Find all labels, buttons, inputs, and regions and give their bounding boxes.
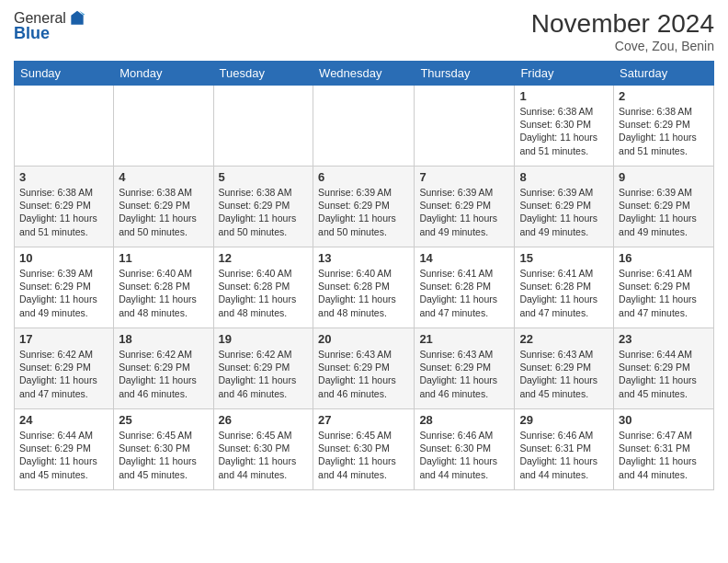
calendar-cell-0-0 xyxy=(15,86,114,167)
calendar-cell-3-3: 20Sunrise: 6:43 AM Sunset: 6:29 PM Dayli… xyxy=(313,328,415,409)
logo-icon xyxy=(68,9,86,28)
day-info: Sunrise: 6:42 AM Sunset: 6:29 PM Dayligh… xyxy=(119,348,208,400)
day-number: 20 xyxy=(318,332,409,346)
day-info: Sunrise: 6:39 AM Sunset: 6:29 PM Dayligh… xyxy=(419,186,509,238)
calendar-cell-2-3: 13Sunrise: 6:40 AM Sunset: 6:28 PM Dayli… xyxy=(313,247,415,328)
day-number: 19 xyxy=(219,332,309,346)
calendar-cell-1-1: 4Sunrise: 6:38 AM Sunset: 6:29 PM Daylig… xyxy=(114,167,213,247)
day-number: 16 xyxy=(619,251,709,265)
day-info: Sunrise: 6:39 AM Sunset: 6:29 PM Dayligh… xyxy=(19,267,108,319)
calendar-cell-1-0: 3Sunrise: 6:38 AM Sunset: 6:29 PM Daylig… xyxy=(15,167,114,247)
calendar-cell-3-4: 21Sunrise: 6:43 AM Sunset: 6:29 PM Dayli… xyxy=(415,328,515,409)
calendar-cell-0-3 xyxy=(313,86,415,167)
calendar-cell-1-3: 6Sunrise: 6:39 AM Sunset: 6:29 PM Daylig… xyxy=(313,167,415,247)
day-number: 15 xyxy=(519,251,609,265)
day-number: 17 xyxy=(19,332,108,346)
day-number: 29 xyxy=(519,413,609,427)
day-number: 14 xyxy=(419,251,509,265)
day-info: Sunrise: 6:39 AM Sunset: 6:29 PM Dayligh… xyxy=(619,186,709,238)
calendar-cell-4-4: 28Sunrise: 6:46 AM Sunset: 6:30 PM Dayli… xyxy=(415,409,515,490)
day-info: Sunrise: 6:43 AM Sunset: 6:29 PM Dayligh… xyxy=(419,348,509,400)
calendar-cell-1-2: 5Sunrise: 6:38 AM Sunset: 6:29 PM Daylig… xyxy=(213,167,313,247)
calendar-cell-2-2: 12Sunrise: 6:40 AM Sunset: 6:28 PM Dayli… xyxy=(213,247,313,328)
calendar-cell-2-6: 16Sunrise: 6:41 AM Sunset: 6:29 PM Dayli… xyxy=(614,247,714,328)
day-number: 8 xyxy=(519,170,609,184)
day-number: 9 xyxy=(619,170,709,184)
day-number: 21 xyxy=(419,332,509,346)
calendar-cell-3-1: 18Sunrise: 6:42 AM Sunset: 6:29 PM Dayli… xyxy=(114,328,213,409)
day-info: Sunrise: 6:46 AM Sunset: 6:30 PM Dayligh… xyxy=(419,429,509,481)
day-number: 2 xyxy=(619,89,709,103)
day-info: Sunrise: 6:44 AM Sunset: 6:29 PM Dayligh… xyxy=(19,429,108,481)
day-number: 18 xyxy=(119,332,208,346)
day-info: Sunrise: 6:39 AM Sunset: 6:29 PM Dayligh… xyxy=(519,186,609,238)
header-monday: Monday xyxy=(114,62,213,86)
day-info: Sunrise: 6:38 AM Sunset: 6:29 PM Dayligh… xyxy=(219,186,309,238)
day-info: Sunrise: 6:39 AM Sunset: 6:29 PM Dayligh… xyxy=(318,186,409,238)
calendar-cell-4-5: 29Sunrise: 6:46 AM Sunset: 6:31 PM Dayli… xyxy=(515,409,614,490)
logo: General Blue xyxy=(14,9,86,43)
day-info: Sunrise: 6:40 AM Sunset: 6:28 PM Dayligh… xyxy=(219,267,309,319)
day-info: Sunrise: 6:45 AM Sunset: 6:30 PM Dayligh… xyxy=(119,429,208,481)
day-info: Sunrise: 6:41 AM Sunset: 6:28 PM Dayligh… xyxy=(519,267,609,319)
calendar-cell-4-3: 27Sunrise: 6:45 AM Sunset: 6:30 PM Dayli… xyxy=(313,409,415,490)
day-number: 26 xyxy=(219,413,309,427)
day-info: Sunrise: 6:42 AM Sunset: 6:29 PM Dayligh… xyxy=(19,348,108,400)
header-wednesday: Wednesday xyxy=(313,62,415,86)
header-row: General Blue November 2024 Cove, Zou, Be… xyxy=(14,9,714,53)
day-number: 23 xyxy=(619,332,709,346)
calendar-cell-0-5: 1Sunrise: 6:38 AM Sunset: 6:30 PM Daylig… xyxy=(515,86,614,167)
day-number: 22 xyxy=(519,332,609,346)
calendar-cell-0-4 xyxy=(415,86,515,167)
day-number: 7 xyxy=(419,170,509,184)
day-number: 10 xyxy=(19,251,108,265)
day-number: 30 xyxy=(619,413,709,427)
day-number: 5 xyxy=(219,170,309,184)
calendar-cell-4-2: 26Sunrise: 6:45 AM Sunset: 6:30 PM Dayli… xyxy=(213,409,313,490)
day-info: Sunrise: 6:38 AM Sunset: 6:29 PM Dayligh… xyxy=(119,186,208,238)
day-info: Sunrise: 6:47 AM Sunset: 6:31 PM Dayligh… xyxy=(619,429,709,481)
calendar-cell-0-2 xyxy=(213,86,313,167)
calendar-cell-2-5: 15Sunrise: 6:41 AM Sunset: 6:28 PM Dayli… xyxy=(515,247,614,328)
calendar-cell-4-0: 24Sunrise: 6:44 AM Sunset: 6:29 PM Dayli… xyxy=(15,409,114,490)
calendar-cell-1-4: 7Sunrise: 6:39 AM Sunset: 6:29 PM Daylig… xyxy=(415,167,515,247)
page-container: General Blue November 2024 Cove, Zou, Be… xyxy=(0,0,728,500)
day-number: 13 xyxy=(318,251,409,265)
day-number: 12 xyxy=(219,251,309,265)
day-info: Sunrise: 6:38 AM Sunset: 6:30 PM Dayligh… xyxy=(519,105,609,157)
calendar-cell-1-5: 8Sunrise: 6:39 AM Sunset: 6:29 PM Daylig… xyxy=(515,167,614,247)
day-info: Sunrise: 6:41 AM Sunset: 6:28 PM Dayligh… xyxy=(419,267,509,319)
calendar-cell-1-6: 9Sunrise: 6:39 AM Sunset: 6:29 PM Daylig… xyxy=(614,167,714,247)
calendar-week-row-3: 17Sunrise: 6:42 AM Sunset: 6:29 PM Dayli… xyxy=(15,328,714,409)
day-number: 24 xyxy=(19,413,108,427)
location: Cove, Zou, Benin xyxy=(531,39,714,53)
day-number: 28 xyxy=(419,413,509,427)
day-info: Sunrise: 6:43 AM Sunset: 6:29 PM Dayligh… xyxy=(519,348,609,400)
header-sunday: Sunday xyxy=(15,62,114,86)
day-number: 1 xyxy=(519,89,609,103)
day-info: Sunrise: 6:40 AM Sunset: 6:28 PM Dayligh… xyxy=(318,267,409,319)
calendar-cell-3-5: 22Sunrise: 6:43 AM Sunset: 6:29 PM Dayli… xyxy=(515,328,614,409)
calendar-week-row-0: 1Sunrise: 6:38 AM Sunset: 6:30 PM Daylig… xyxy=(15,86,714,167)
calendar-table: Sunday Monday Tuesday Wednesday Thursday… xyxy=(14,61,714,490)
calendar-week-row-2: 10Sunrise: 6:39 AM Sunset: 6:29 PM Dayli… xyxy=(15,247,714,328)
day-info: Sunrise: 6:43 AM Sunset: 6:29 PM Dayligh… xyxy=(318,348,409,400)
header-saturday: Saturday xyxy=(614,62,714,86)
calendar-cell-3-6: 23Sunrise: 6:44 AM Sunset: 6:29 PM Dayli… xyxy=(614,328,714,409)
day-info: Sunrise: 6:45 AM Sunset: 6:30 PM Dayligh… xyxy=(219,429,309,481)
calendar-cell-2-1: 11Sunrise: 6:40 AM Sunset: 6:28 PM Dayli… xyxy=(114,247,213,328)
day-info: Sunrise: 6:40 AM Sunset: 6:28 PM Dayligh… xyxy=(119,267,208,319)
day-info: Sunrise: 6:44 AM Sunset: 6:29 PM Dayligh… xyxy=(619,348,709,400)
calendar-cell-0-1 xyxy=(114,86,213,167)
calendar-week-row-4: 24Sunrise: 6:44 AM Sunset: 6:29 PM Dayli… xyxy=(15,409,714,490)
calendar-header-row: Sunday Monday Tuesday Wednesday Thursday… xyxy=(15,62,714,86)
calendar-week-row-1: 3Sunrise: 6:38 AM Sunset: 6:29 PM Daylig… xyxy=(15,167,714,247)
day-number: 6 xyxy=(318,170,409,184)
header-friday: Friday xyxy=(515,62,614,86)
day-info: Sunrise: 6:38 AM Sunset: 6:29 PM Dayligh… xyxy=(619,105,709,157)
calendar-cell-4-6: 30Sunrise: 6:47 AM Sunset: 6:31 PM Dayli… xyxy=(614,409,714,490)
day-info: Sunrise: 6:42 AM Sunset: 6:29 PM Dayligh… xyxy=(219,348,309,400)
calendar-cell-3-0: 17Sunrise: 6:42 AM Sunset: 6:29 PM Dayli… xyxy=(15,328,114,409)
header-thursday: Thursday xyxy=(415,62,515,86)
month-title: November 2024 xyxy=(531,9,714,39)
